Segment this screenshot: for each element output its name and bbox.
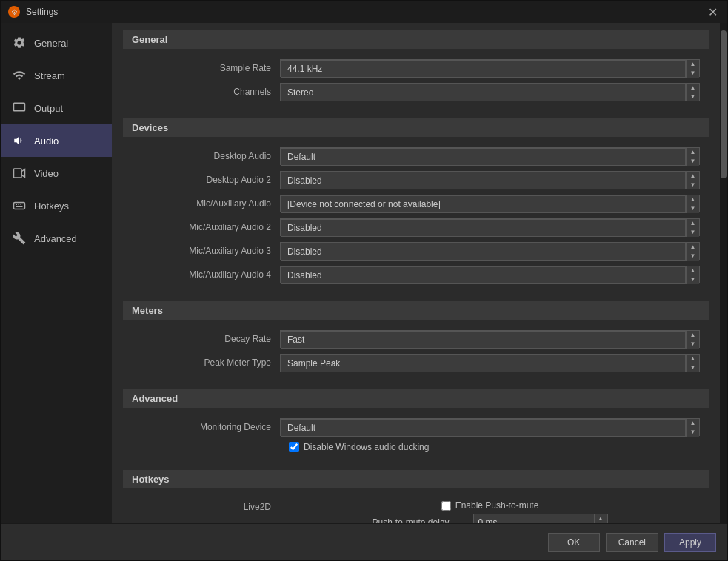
arrow-up-decay-rate[interactable]: ▲ (687, 331, 699, 340)
select-value-peak-meter: Sample Peak (287, 358, 340, 369)
arrow-down-mic-audio[interactable]: ▼ (687, 204, 699, 213)
select-mic-audio[interactable]: [Device not connected or not available] … (280, 195, 700, 212)
sidebar-item-stream[interactable]: Stream (1, 59, 112, 92)
form-row-mic-audio: Mic/Auxiliary Audio [Device not connecte… (123, 192, 709, 215)
form-row-channels: Channels Stereo ▲ ▼ (123, 80, 709, 104)
arrow-up-mic-audio4[interactable]: ▲ (687, 266, 699, 275)
select-box-monitoring[interactable]: Default (281, 419, 686, 437)
arrow-down-monitoring[interactable]: ▼ (687, 428, 699, 437)
apply-button[interactable]: Apply (664, 533, 716, 552)
form-row-sample-rate: Sample Rate 44.1 kHz ▲ ▼ (123, 56, 709, 80)
arrow-up-peak-meter[interactable]: ▲ (687, 355, 699, 363)
main-content: General Stream Output Audio (1, 23, 727, 523)
sidebar: General Stream Output Audio (1, 23, 112, 523)
checkbox-row-ducking: Disable Windows audio ducking (123, 439, 709, 455)
select-arrows-decay-rate: ▲ ▼ (686, 331, 699, 349)
sidebar-label-video: Video (34, 168, 59, 179)
sidebar-item-advanced[interactable]: Advanced (1, 222, 112, 255)
select-box-mic-audio3[interactable]: Disabled (281, 243, 686, 261)
label-live2d: Live2D (132, 500, 280, 512)
select-mic-audio3[interactable]: Disabled ▲ ▼ (280, 242, 700, 260)
checkbox-live2d-push-to-mute[interactable] (441, 501, 451, 511)
select-sample-rate[interactable]: 44.1 kHz ▲ ▼ (280, 59, 700, 77)
sidebar-item-video[interactable]: Video (1, 157, 112, 189)
svg-rect-2 (14, 203, 25, 209)
label-peak-meter: Peak Meter Type (132, 357, 280, 368)
sidebar-item-audio[interactable]: Audio (1, 124, 112, 157)
arrow-down-desktop-audio2[interactable]: ▼ (687, 181, 699, 189)
select-desktop-audio[interactable]: Default ▲ ▼ (280, 147, 700, 165)
select-arrows-mic-audio2: ▲ ▼ (686, 219, 699, 237)
scrollbar[interactable] (720, 23, 727, 523)
ok-button[interactable]: OK (548, 533, 600, 552)
close-button[interactable]: ✕ (705, 4, 720, 19)
section-body-devices: Desktop Audio Default ▲ ▼ (123, 138, 709, 292)
hotkeys-icon (12, 198, 27, 213)
select-arrows-peak-meter: ▲ ▼ (686, 355, 699, 372)
arrow-down-mic-audio4[interactable]: ▼ (687, 275, 699, 284)
control-decay-rate: Fast ▲ ▼ (280, 330, 700, 348)
form-row-mic-audio2: Mic/Auxiliary Audio 2 Disabled ▲ ▼ (123, 215, 709, 239)
select-arrows-mic-audio: ▲ ▼ (686, 195, 699, 213)
delay-input-live2d-mute[interactable] (474, 514, 594, 523)
select-box-mic-audio[interactable]: [Device not connected or not available] (281, 195, 686, 213)
select-box-desktop-audio[interactable]: Default (281, 148, 686, 166)
select-desktop-audio2[interactable]: Disabled ▲ ▼ (280, 171, 700, 189)
sidebar-item-hotkeys[interactable]: Hotkeys (1, 189, 112, 222)
arrow-up-mic-audio3[interactable]: ▲ (687, 243, 699, 252)
arrow-down-decay-rate[interactable]: ▼ (687, 340, 699, 349)
arrow-down-desktop-audio[interactable]: ▼ (687, 157, 699, 166)
label-decay-rate: Decay Rate (132, 334, 280, 344)
arrow-down-mic-audio3[interactable]: ▼ (687, 252, 699, 261)
select-value-sample-rate: 44.1 kHz (287, 64, 322, 74)
arrow-down-channels[interactable]: ▼ (687, 93, 699, 101)
arrow-up-mic-audio2[interactable]: ▲ (687, 219, 699, 228)
form-row-peak-meter: Peak Meter Type Sample Peak ▲ ▼ (123, 351, 709, 374)
checkbox-ducking[interactable] (289, 442, 299, 452)
arrow-up-desktop-audio2[interactable]: ▲ (687, 172, 699, 181)
select-box-decay-rate[interactable]: Fast (281, 331, 686, 349)
scrollbar-thumb[interactable] (721, 30, 727, 178)
input-live2d-push-to-mute-delay[interactable]: ▲ ▼ (473, 514, 608, 523)
select-arrows-desktop-audio2: ▲ ▼ (686, 172, 699, 189)
section-header-advanced: Advanced (123, 389, 709, 408)
select-channels[interactable]: Stereo ▲ ▼ (280, 83, 700, 101)
window-title: Settings (26, 7, 58, 17)
section-body-advanced: Monitoring Device Default ▲ ▼ (123, 409, 709, 461)
arrow-up-monitoring[interactable]: ▲ (687, 419, 699, 428)
arrow-down-mic-audio2[interactable]: ▼ (687, 228, 699, 237)
sidebar-item-general[interactable]: General (1, 27, 112, 59)
select-decay-rate[interactable]: Fast ▲ ▼ (280, 330, 700, 348)
arrow-up-channels[interactable]: ▲ (687, 84, 699, 93)
audio-icon (12, 133, 27, 148)
select-box-peak-meter[interactable]: Sample Peak (281, 355, 686, 372)
video-icon (12, 166, 27, 181)
sidebar-item-output[interactable]: Output (1, 92, 112, 124)
label-push-to-mute-delay: Push-to-mute delay (373, 517, 469, 523)
select-box-sample-rate[interactable]: 44.1 kHz (281, 60, 686, 78)
select-mic-audio2[interactable]: Disabled ▲ ▼ (280, 218, 700, 236)
cancel-button[interactable]: Cancel (606, 533, 658, 552)
select-monitoring[interactable]: Default ▲ ▼ (280, 418, 700, 436)
select-box-mic-audio4[interactable]: Disabled (281, 266, 686, 284)
section-body-general: Sample Rate 44.1 kHz ▲ ▼ (123, 50, 709, 110)
arrow-down-sample-rate[interactable]: ▼ (687, 69, 699, 78)
select-box-channels[interactable]: Stereo (281, 84, 686, 101)
control-mic-audio4: Disabled ▲ ▼ (280, 266, 700, 283)
arrow-up-desktop-audio[interactable]: ▲ (687, 148, 699, 157)
select-box-mic-audio2[interactable]: Disabled (281, 219, 686, 237)
select-mic-audio4[interactable]: Disabled ▲ ▼ (280, 266, 700, 283)
arrow-up-mic-audio[interactable]: ▲ (687, 195, 699, 204)
arrow-up-sample-rate[interactable]: ▲ (687, 60, 699, 69)
arrow-up-live2d-mute-delay[interactable]: ▲ (595, 514, 607, 523)
live2d-push-to-mute-delay-row: Push-to-mute delay ▲ ▼ (373, 514, 608, 523)
arrow-down-peak-meter[interactable]: ▼ (687, 363, 699, 372)
checkbox-label-ducking: Disable Windows audio ducking (304, 442, 429, 452)
select-box-desktop-audio2[interactable]: Disabled (281, 172, 686, 189)
section-header-meters: Meters (123, 301, 709, 320)
output-icon (12, 101, 27, 115)
hotkey-group-live2d: Live2D Enable Push-to-mute Push-to-mute … (123, 496, 709, 523)
sidebar-label-stream: Stream (34, 70, 65, 81)
select-peak-meter[interactable]: Sample Peak ▲ ▼ (280, 354, 700, 372)
select-value-desktop-audio: Default (287, 152, 315, 162)
